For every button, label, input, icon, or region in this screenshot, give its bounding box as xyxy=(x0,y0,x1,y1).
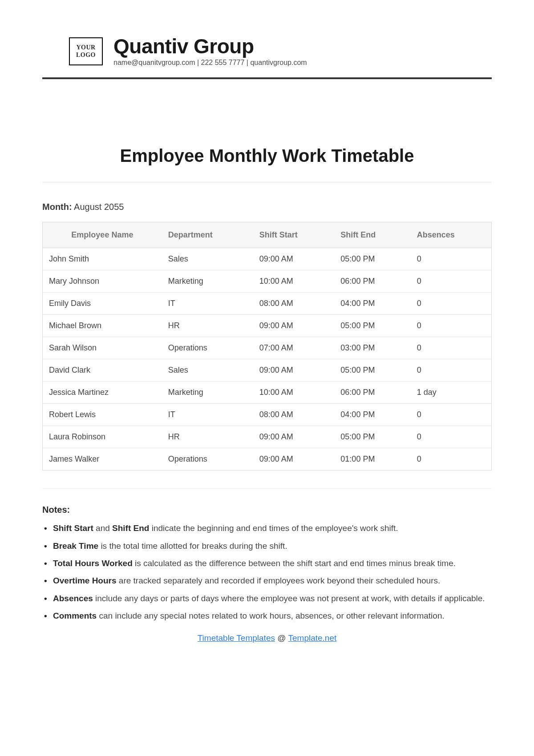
notes-item: Overtime Hours are tracked separately an… xyxy=(44,574,492,587)
notes-bold: Break Time xyxy=(53,541,98,551)
notes-bold: Shift End xyxy=(112,523,149,533)
cell-end: 06:00 PM xyxy=(334,270,410,293)
notes-heading: Notes: xyxy=(42,505,492,515)
page-title: Employee Monthly Work Timetable xyxy=(42,146,492,166)
table-row: Laura RobinsonHR09:00 AM05:00 PM0 xyxy=(43,426,492,448)
notes-item: Break Time is the total time allotted fo… xyxy=(44,539,492,553)
table-row: Robert LewisIT08:00 AM04:00 PM0 xyxy=(43,404,492,426)
notes-divider xyxy=(42,488,492,489)
cell-name: Jessica Martinez xyxy=(43,382,162,404)
notes-bold: Comments xyxy=(53,611,97,620)
cell-abs: 0 xyxy=(411,248,492,270)
notes-text: is the total time allotted for breaks du… xyxy=(98,541,287,551)
cell-abs: 0 xyxy=(411,426,492,448)
cell-abs: 0 xyxy=(411,359,492,382)
cell-end: 06:00 PM xyxy=(334,382,410,404)
cell-name: David Clark xyxy=(43,359,162,382)
table-row: Sarah WilsonOperations07:00 AM03:00 PM0 xyxy=(43,337,492,359)
notes-text: include any days or parts of days where … xyxy=(93,594,485,603)
cell-end: 03:00 PM xyxy=(334,337,410,359)
table-row: David ClarkSales09:00 AM05:00 PM0 xyxy=(43,359,492,382)
notes-text: and xyxy=(93,523,112,533)
cell-start: 08:00 AM xyxy=(253,293,335,315)
cell-abs: 0 xyxy=(411,293,492,315)
cell-end: 04:00 PM xyxy=(334,404,410,426)
company-name: Quantiv Group xyxy=(113,36,307,57)
cell-abs: 0 xyxy=(411,315,492,337)
table-row: Mary JohnsonMarketing10:00 AM06:00 PM0 xyxy=(43,270,492,293)
footer-link-site[interactable]: Template.net xyxy=(288,633,336,643)
col-department: Department xyxy=(162,222,253,248)
cell-dept: Marketing xyxy=(162,382,253,404)
cell-dept: Operations xyxy=(162,448,253,470)
cell-dept: IT xyxy=(162,404,253,426)
month-line: Month: August 2055 xyxy=(42,202,492,212)
logo-placeholder: YOUR LOGO xyxy=(69,37,103,65)
cell-dept: IT xyxy=(162,293,253,315)
notes-item: Absences include any days or parts of da… xyxy=(44,591,492,605)
notes-bold: Absences xyxy=(53,594,93,603)
company-contact: name@quanitvgroup.com | 222 555 7777 | q… xyxy=(113,59,307,67)
notes-list: Shift Start and Shift End indicate the b… xyxy=(42,521,492,623)
cell-abs: 0 xyxy=(411,270,492,293)
cell-name: Robert Lewis xyxy=(43,404,162,426)
table-row: James WalkerOperations09:00 AM01:00 PM0 xyxy=(43,448,492,470)
cell-dept: HR xyxy=(162,426,253,448)
col-absences: Absences xyxy=(411,222,492,248)
col-shift-start: Shift Start xyxy=(253,222,335,248)
col-shift-end: Shift End xyxy=(334,222,410,248)
cell-dept: Operations xyxy=(162,337,253,359)
cell-name: John Smith xyxy=(43,248,162,270)
footer-at: @ xyxy=(275,633,288,643)
header-rule xyxy=(42,77,492,79)
cell-dept: Sales xyxy=(162,359,253,382)
notes-item: Total Hours Worked is calculated as the … xyxy=(44,556,492,570)
cell-end: 05:00 PM xyxy=(334,248,410,270)
footer-link-templates[interactable]: Timetable Templates xyxy=(198,633,275,643)
cell-abs: 0 xyxy=(411,404,492,426)
cell-end: 04:00 PM xyxy=(334,293,410,315)
col-employee-name: Employee Name xyxy=(43,222,162,248)
cell-dept: HR xyxy=(162,315,253,337)
cell-name: Emily Davis xyxy=(43,293,162,315)
cell-abs: 0 xyxy=(411,337,492,359)
cell-abs: 1 day xyxy=(411,382,492,404)
footer: Timetable Templates @ Template.net xyxy=(42,633,492,643)
month-label: Month: xyxy=(42,202,72,212)
cell-abs: 0 xyxy=(411,448,492,470)
cell-end: 01:00 PM xyxy=(334,448,410,470)
notes-bold: Overtime Hours xyxy=(53,576,117,585)
notes-text: are tracked separately and recorded if e… xyxy=(117,576,441,585)
notes-item: Shift Start and Shift End indicate the b… xyxy=(44,521,492,535)
cell-name: Sarah Wilson xyxy=(43,337,162,359)
company-block: Quantiv Group name@quanitvgroup.com | 22… xyxy=(113,36,307,67)
cell-end: 05:00 PM xyxy=(334,315,410,337)
cell-dept: Sales xyxy=(162,248,253,270)
cell-start: 09:00 AM xyxy=(253,426,335,448)
cell-start: 07:00 AM xyxy=(253,337,335,359)
cell-name: James Walker xyxy=(43,448,162,470)
timetable: Employee Name Department Shift Start Shi… xyxy=(42,222,492,470)
table-row: John SmithSales09:00 AM05:00 PM0 xyxy=(43,248,492,270)
cell-start: 10:00 AM xyxy=(253,270,335,293)
notes-text: is calculated as the difference between … xyxy=(133,559,456,568)
cell-end: 05:00 PM xyxy=(334,359,410,382)
table-row: Jessica MartinezMarketing10:00 AM06:00 P… xyxy=(43,382,492,404)
notes-bold: Shift Start xyxy=(53,523,93,533)
cell-start: 09:00 AM xyxy=(253,448,335,470)
cell-start: 09:00 AM xyxy=(253,315,335,337)
cell-end: 05:00 PM xyxy=(334,426,410,448)
cell-name: Mary Johnson xyxy=(43,270,162,293)
table-header-row: Employee Name Department Shift Start Shi… xyxy=(43,222,492,248)
cell-start: 08:00 AM xyxy=(253,404,335,426)
cell-dept: Marketing xyxy=(162,270,253,293)
table-row: Emily DavisIT08:00 AM04:00 PM0 xyxy=(43,293,492,315)
title-divider xyxy=(42,182,492,182)
notes-item: Comments can include any special notes r… xyxy=(44,609,492,623)
cell-start: 09:00 AM xyxy=(253,359,335,382)
logo-line-1: YOUR xyxy=(76,44,96,52)
table-row: Michael BrownHR09:00 AM05:00 PM0 xyxy=(43,315,492,337)
cell-start: 09:00 AM xyxy=(253,248,335,270)
notes-bold: Total Hours Worked xyxy=(53,559,133,568)
cell-name: Michael Brown xyxy=(43,315,162,337)
